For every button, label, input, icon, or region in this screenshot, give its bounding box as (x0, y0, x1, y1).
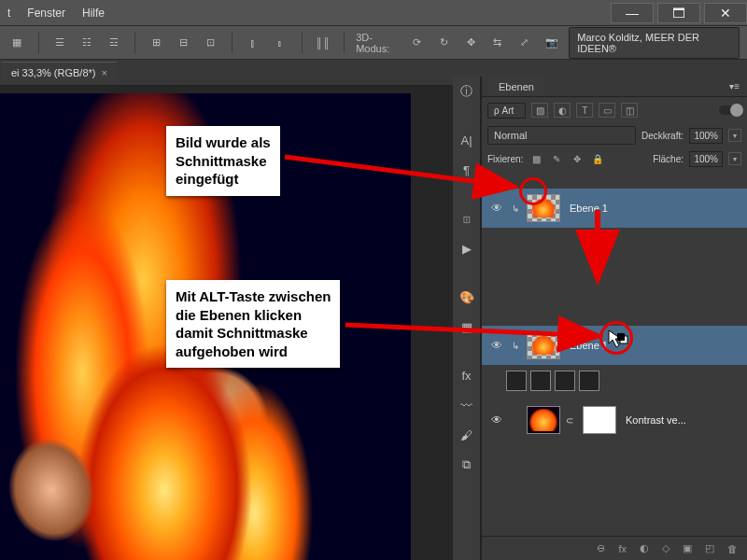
fx-icon[interactable]: fx (618, 543, 627, 554)
annotation-box: Bild wurde als Schnittmaske eingefügt (166, 126, 280, 196)
arrange-icon[interactable]: ⫿ (244, 32, 263, 54)
chevron-down-icon[interactable]: ▾ (728, 129, 741, 142)
trash-icon[interactable]: 🗑 (727, 543, 738, 554)
visibility-icon[interactable]: 👁 (489, 338, 504, 353)
3d-orbit-icon[interactable]: ⟳ (407, 32, 427, 54)
cursor-clip-icon (607, 329, 629, 353)
swatches-icon[interactable]: 🎨 (458, 287, 476, 306)
svg-rect-4 (617, 333, 625, 341)
layers-tab[interactable]: Ebenen (489, 78, 543, 95)
clip-mask-icon: ↳ (510, 341, 521, 351)
link-layers-icon[interactable]: ⊖ (597, 542, 605, 554)
panel-icon[interactable]: ⎅ (458, 209, 476, 228)
misc-icon[interactable]: ║║ (313, 32, 332, 54)
mask-icon[interactable]: ◐ (640, 542, 649, 554)
brush-icon[interactable]: 〰 (458, 396, 476, 414)
group-icon[interactable]: ▣ (683, 542, 692, 554)
visibility-icon[interactable]: 👁 (489, 413, 504, 427)
info-icon[interactable]: ⓘ (458, 82, 476, 101)
arrange-icon[interactable]: ⫾ (271, 32, 290, 54)
3d-pan-icon[interactable]: ✥ (461, 32, 481, 54)
titlebar: t Fenster Hilfe — 🗖 ✕ (0, 0, 747, 26)
link-icon: ⊂ (566, 415, 577, 426)
mode-3d-label: 3D-Modus: (356, 32, 400, 54)
tool-preset-icon[interactable]: ▦ (7, 32, 27, 54)
close-button[interactable]: ✕ (704, 3, 747, 23)
character-icon[interactable]: A| (458, 131, 476, 149)
adjustment-icon[interactable]: ◇ (662, 542, 669, 554)
layer-thumbnail[interactable] (555, 371, 575, 391)
collapsed-panel-dock: ⓘ A| ¶ ⎅ ▶ 🎨 ▦ fx 〰 🖌 ⧉ (453, 77, 481, 560)
opacity-field[interactable]: 100% (689, 128, 723, 144)
3d-slide-icon[interactable]: ⇆ (488, 32, 508, 54)
distribute-icon[interactable]: ⊡ (201, 32, 220, 54)
layer-row[interactable] (499, 365, 747, 397)
clone-icon[interactable]: ⧉ (458, 455, 476, 474)
paragraph-icon[interactable]: ¶ (458, 161, 476, 179)
menu-item[interactable]: t (7, 7, 10, 20)
filter-smart-icon[interactable]: ◫ (621, 103, 638, 118)
layer-thumbnail[interactable] (579, 371, 599, 391)
annotation-circle (519, 177, 547, 205)
fill-field[interactable]: 100% (689, 151, 723, 167)
lock-position-icon[interactable]: ✥ (570, 151, 585, 166)
layers-panel: Ebenen ▾≡ ρ Art ▧ ◐ T ▭ ◫ Normal Deckkra… (481, 77, 747, 560)
align-icon[interactable]: ☷ (78, 32, 97, 54)
document-tab-title: ei 33,3% (RGB/8*) (11, 67, 95, 78)
distribute-icon[interactable]: ⊟ (174, 32, 193, 54)
clip-mask-icon: ↳ (510, 203, 521, 214)
align-icon[interactable]: ☲ (105, 32, 124, 54)
filter-adjust-icon[interactable]: ◐ (554, 103, 571, 118)
layer-name[interactable]: Ebene 1 (570, 203, 608, 214)
align-icon[interactable]: ☰ (50, 32, 70, 54)
fill-label: Fläche: (653, 154, 684, 164)
close-icon[interactable]: × (101, 67, 106, 78)
panel-menu-icon[interactable]: ▾≡ (729, 81, 740, 91)
3d-camera-icon[interactable]: 📷 (542, 32, 561, 54)
layer-thumbnail[interactable] (527, 331, 560, 359)
filter-shape-icon[interactable]: ▭ (599, 103, 615, 118)
opacity-label: Deckkraft: (641, 131, 684, 141)
lock-all-icon[interactable]: 🔒 (590, 151, 605, 166)
menu-window[interactable]: Fenster (27, 7, 65, 20)
actions-icon[interactable]: ▶ (458, 239, 476, 258)
lock-transparency-icon[interactable]: ▩ (529, 151, 543, 166)
lock-label: Fixieren: (487, 154, 523, 164)
options-bar: ▦ ☰ ☷ ☲ ⊞ ⊟ ⊡ ⫿ ⫾ ║║ 3D-Modus: ⟳ ↻ ✥ ⇆ ⤢… (0, 26, 747, 60)
brush-preset-icon[interactable]: 🖌 (458, 426, 476, 444)
workspace-select[interactable]: Marco Kolditz, MEER DER IDEEN® (569, 27, 740, 59)
annotation-box: Mit ALT-Taste zwischen die Ebenen klicke… (166, 280, 340, 368)
mask-thumbnail[interactable] (583, 406, 616, 434)
filter-pixel-icon[interactable]: ▧ (531, 103, 548, 118)
maximize-button[interactable]: 🗖 (657, 3, 700, 23)
visibility-icon[interactable]: 👁 (489, 201, 504, 216)
layers-panel-footer: ⊖ fx ◐ ◇ ▣ ◰ 🗑 (482, 536, 747, 560)
styles-icon[interactable]: ▦ (458, 317, 476, 336)
minimize-button[interactable]: — (611, 3, 654, 23)
fx-icon[interactable]: fx (458, 366, 476, 385)
layer-thumbnail[interactable] (506, 371, 527, 391)
layer-thumbnail[interactable] (530, 371, 551, 391)
blend-mode-select[interactable]: Normal (487, 126, 636, 145)
menu-help[interactable]: Hilfe (82, 7, 105, 20)
3d-scale-icon[interactable]: ⤢ (514, 32, 534, 54)
lock-pixels-icon[interactable]: ✎ (549, 151, 564, 166)
distribute-icon[interactable]: ⊞ (147, 32, 166, 54)
chevron-down-icon[interactable]: ▾ (728, 152, 741, 165)
3d-roll-icon[interactable]: ↻ (434, 32, 454, 54)
document-tab[interactable]: ei 33,3% (RGB/8*) × (2, 62, 117, 83)
layer-thumbnail[interactable] (527, 406, 560, 434)
new-layer-icon[interactable]: ◰ (705, 542, 714, 554)
filter-type-icon[interactable]: T (576, 103, 593, 118)
filter-toggle[interactable] (719, 105, 741, 115)
layer-row[interactable]: 👁 ⊂ Kontrast ve... (482, 400, 747, 440)
layer-filter-select[interactable]: ρ Art (487, 103, 526, 119)
layer-name[interactable]: Kontrast ve... (626, 414, 686, 426)
